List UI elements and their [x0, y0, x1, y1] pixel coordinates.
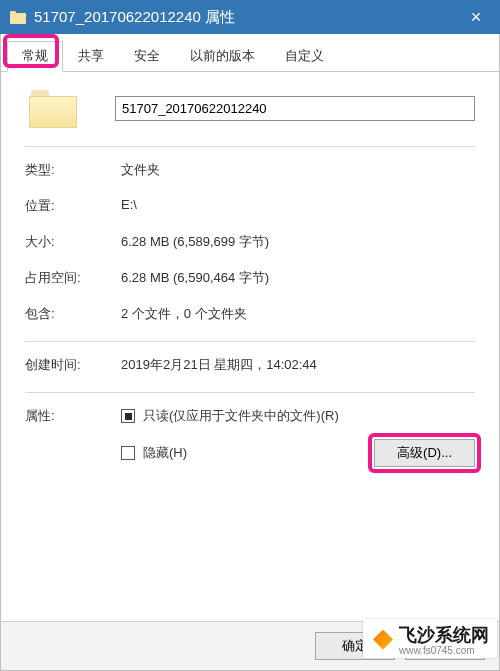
advanced-button[interactable]: 高级(D)...	[374, 439, 475, 467]
tab-strip: 常规 共享 安全 以前的版本 自定义	[1, 40, 499, 72]
watermark: 飞沙系统网 www.fs0745.com	[363, 619, 497, 658]
value-size: 6.28 MB (6,589,699 字节)	[121, 233, 475, 251]
label-created: 创建时间:	[25, 356, 121, 374]
tab-content: 类型:文件夹 位置:E:\ 大小:6.28 MB (6,589,699 字节) …	[1, 72, 499, 481]
tab-share[interactable]: 共享	[63, 41, 119, 72]
properties-dialog: 常规 共享 安全 以前的版本 自定义 类型:文件夹 位置:E:\ 大小:6.28…	[0, 34, 500, 671]
name-input[interactable]	[115, 96, 475, 121]
checkbox-hidden-label: 隐藏(H)	[143, 444, 187, 462]
value-type: 文件夹	[121, 161, 475, 179]
label-attributes: 属性:	[25, 407, 121, 481]
value-size-on-disk: 6.28 MB (6,590,464 字节)	[121, 269, 475, 287]
svg-rect-1	[10, 11, 16, 15]
value-location: E:\	[121, 197, 475, 215]
watermark-text: 飞沙系统网	[399, 623, 489, 647]
tab-custom[interactable]: 自定义	[270, 41, 339, 72]
label-size: 大小:	[25, 233, 121, 251]
watermark-logo-icon	[373, 630, 393, 650]
separator	[25, 341, 475, 342]
label-location: 位置:	[25, 197, 121, 215]
label-size-on-disk: 占用空间:	[25, 269, 121, 287]
folder-icon	[10, 10, 26, 24]
checkbox-readonly-label: 只读(仅应用于文件夹中的文件)(R)	[143, 407, 339, 425]
titlebar: 51707_20170622012240 属性 ×	[0, 0, 500, 34]
window-title: 51707_20170622012240 属性	[34, 8, 235, 27]
close-icon[interactable]: ×	[458, 7, 494, 28]
tab-security[interactable]: 安全	[119, 41, 175, 72]
tab-general[interactable]: 常规	[7, 41, 63, 72]
value-contains: 2 个文件，0 个文件夹	[121, 305, 475, 323]
label-type: 类型:	[25, 161, 121, 179]
folder-large-icon	[29, 88, 77, 128]
separator	[25, 146, 475, 147]
separator	[25, 392, 475, 393]
label-contains: 包含:	[25, 305, 121, 323]
tab-previous-versions[interactable]: 以前的版本	[175, 41, 270, 72]
value-created: 2019年2月21日 星期四，14:02:44	[121, 356, 475, 374]
checkbox-hidden[interactable]	[121, 446, 135, 460]
checkbox-readonly[interactable]	[121, 409, 135, 423]
